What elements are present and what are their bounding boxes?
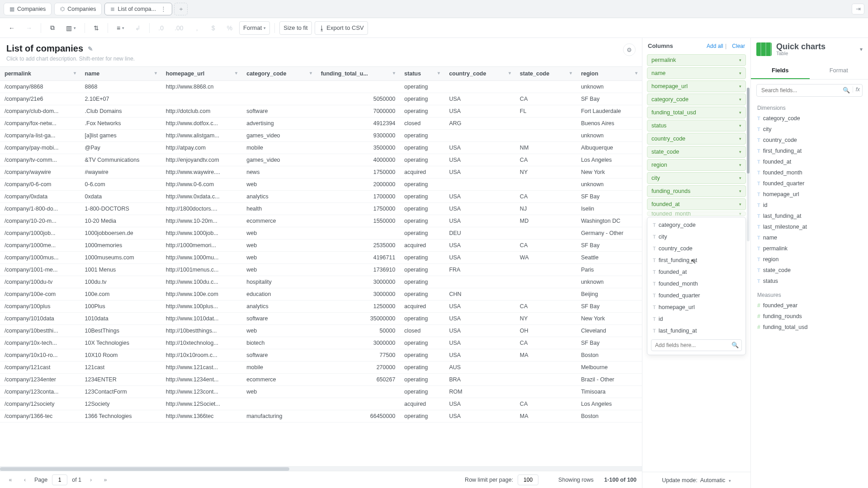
settings-gear-icon[interactable]: ⚙ bbox=[623, 43, 636, 56]
data-table-wrapper[interactable]: permalink▾name▾homepage_url▾category_cod… bbox=[0, 66, 642, 466]
table-row[interactable]: /company/12society12Societyhttp://www.12… bbox=[0, 398, 642, 410]
column-header[interactable]: category_code▾ bbox=[242, 67, 316, 81]
table-row[interactable]: /company/21e62.10E+075050000operatingUSA… bbox=[0, 93, 642, 105]
table-row[interactable]: /company/88688868http://www.8868.cnopera… bbox=[0, 81, 642, 93]
chevron-down-icon[interactable]: ▾ bbox=[739, 97, 741, 102]
table-row[interactable]: /company/100du-tv100du.tvhttp://www.100d… bbox=[0, 276, 642, 288]
dimension-field[interactable]: Tlast_funding_at bbox=[751, 211, 868, 221]
column-tag[interactable]: permalink▾ bbox=[647, 54, 746, 66]
table-row[interactable]: /company/club-dom....Club Domainshttp://… bbox=[0, 105, 642, 117]
align-button[interactable]: ≡▾ bbox=[113, 21, 128, 35]
dimension-field[interactable]: Tfounded_month bbox=[751, 167, 868, 178]
table-row[interactable]: /company/1010data1010datahttp://www.1010… bbox=[0, 313, 642, 325]
column-menu-icon[interactable]: ▾ bbox=[235, 70, 237, 75]
column-menu-icon[interactable]: ▾ bbox=[155, 70, 157, 75]
column-tag[interactable]: status▾ bbox=[647, 120, 746, 131]
table-row[interactable]: /company/10-20-m...10-20 Mediahttp://www… bbox=[0, 215, 642, 227]
chevron-down-icon[interactable]: ▾ bbox=[739, 176, 741, 180]
panel-expand-icon[interactable]: ▾ bbox=[860, 46, 863, 52]
column-header[interactable]: region▾ bbox=[576, 67, 642, 81]
table-row[interactable]: /company/10x-tech...10X Technologieshttp… bbox=[0, 337, 642, 349]
page-first-button[interactable]: « bbox=[5, 475, 15, 485]
column-tag[interactable]: funding_rounds▾ bbox=[647, 185, 746, 197]
measure-field[interactable]: #founded_year bbox=[751, 300, 868, 311]
column-menu-icon[interactable]: ▾ bbox=[393, 70, 395, 75]
dimension-field[interactable]: Tstatus bbox=[751, 276, 868, 286]
column-menu-icon[interactable]: ▾ bbox=[438, 70, 440, 75]
chevron-down-icon[interactable]: ▾ bbox=[739, 211, 741, 216]
chevron-down-icon[interactable]: ▾ bbox=[739, 84, 741, 89]
table-row[interactable]: /company/tv-comm...&TV Communicationshtt… bbox=[0, 154, 642, 166]
column-tag[interactable]: country_code▾ bbox=[647, 133, 746, 145]
workspace-tab[interactable]: ▦Companies bbox=[4, 3, 52, 15]
dropdown-field-item[interactable]: Tcountry_code bbox=[647, 243, 745, 254]
dimension-field[interactable]: Tstate_code bbox=[751, 265, 868, 276]
edit-title-icon[interactable]: ✎ bbox=[88, 45, 93, 52]
column-tag[interactable]: founded_month▾ bbox=[647, 211, 746, 216]
table-row[interactable]: /company/1234enter1234ENTERhttp://www.12… bbox=[0, 374, 642, 386]
dropdown-field-item[interactable]: Tcategory_code bbox=[647, 219, 745, 231]
dimension-field[interactable]: Tcountry_code bbox=[751, 135, 868, 145]
nav-back-button[interactable]: ← bbox=[5, 21, 19, 35]
table-row[interactable]: /company/0xdata0xdatahttp://www.0xdata.c… bbox=[0, 191, 642, 203]
column-header[interactable]: funding_total_u...▾ bbox=[316, 67, 400, 81]
table-row[interactable]: /company/1000job...1000jobboersen.dehttp… bbox=[0, 227, 642, 239]
column-tag[interactable]: city▾ bbox=[647, 172, 746, 184]
column-menu-icon[interactable]: ▾ bbox=[74, 70, 76, 75]
table-row[interactable]: /company/10x10-ro...10X10 Roomhttp://10x… bbox=[0, 349, 642, 361]
dimension-field[interactable]: Tname bbox=[751, 232, 868, 243]
dropdown-field-item[interactable]: Tfirst_funding_at bbox=[647, 254, 745, 266]
chevron-down-icon[interactable]: ▾ bbox=[739, 123, 741, 128]
measure-field[interactable]: #funding_total_usd bbox=[751, 322, 868, 333]
column-header[interactable]: homepage_url▾ bbox=[161, 67, 242, 81]
column-tag[interactable]: category_code▾ bbox=[647, 94, 746, 105]
table-row[interactable]: /company/123conta...123ContactFormhttp:/… bbox=[0, 386, 642, 398]
page-next-button[interactable]: › bbox=[86, 475, 96, 485]
chevron-down-icon[interactable]: ▾ bbox=[739, 189, 741, 193]
table-row[interactable]: /company/100e-com100e.comhttp://www.100e… bbox=[0, 288, 642, 300]
column-menu-icon[interactable]: ▾ bbox=[635, 70, 637, 75]
dropdown-field-item[interactable]: Tfounded_quarter bbox=[647, 290, 745, 301]
dropdown-field-item[interactable]: Tcity bbox=[647, 231, 745, 243]
dimension-field[interactable]: Tpermalink bbox=[751, 243, 868, 254]
format-dropdown[interactable]: Format▾ bbox=[239, 21, 270, 35]
formula-icon[interactable]: fx bbox=[853, 86, 860, 93]
dimension-field[interactable]: Tregion bbox=[751, 254, 868, 265]
add-tab-button[interactable]: ＋ bbox=[174, 3, 188, 15]
page-input[interactable] bbox=[52, 474, 67, 485]
dimension-field[interactable]: Tfounded_quarter bbox=[751, 178, 868, 189]
chevron-down-icon[interactable]: ▾ bbox=[739, 163, 741, 167]
add-fields-input[interactable] bbox=[651, 339, 742, 351]
dimension-field[interactable]: Tcategory_code bbox=[751, 113, 868, 124]
dropdown-field-item[interactable]: Tfounded_month bbox=[647, 278, 745, 290]
column-menu-icon[interactable]: ▾ bbox=[310, 70, 312, 75]
table-row[interactable]: /company/10bestthi...10BestThingshttp://… bbox=[0, 325, 642, 337]
tab-menu-icon[interactable]: ⋮ bbox=[160, 5, 166, 12]
expand-panel-button[interactable]: ⇥ bbox=[852, 4, 864, 14]
table-row[interactable]: /company/pay-mobi...@Payhttp://atpay.com… bbox=[0, 142, 642, 154]
dropdown-field-item[interactable]: Tfounded_at bbox=[647, 266, 745, 278]
table-row[interactable]: /company/a-list-ga...[a]list gameshttp:/… bbox=[0, 130, 642, 142]
size-to-fit-button[interactable]: Size to fit bbox=[279, 21, 311, 35]
chevron-down-icon[interactable]: ▾ bbox=[739, 202, 741, 206]
column-tag[interactable]: funding_total_usd▾ bbox=[647, 107, 746, 118]
column-header[interactable]: state_code▾ bbox=[515, 67, 576, 81]
table-row[interactable]: /company/0-6-com0-6.comhttp://www.0-6.co… bbox=[0, 178, 642, 191]
column-tag[interactable]: state_code▾ bbox=[647, 146, 746, 158]
column-menu-icon[interactable]: ▾ bbox=[509, 70, 511, 75]
tab-format[interactable]: Format bbox=[810, 62, 868, 79]
chevron-down-icon[interactable]: ▾ bbox=[739, 110, 741, 115]
table-row[interactable]: /company/100plus100Plushttp://www.100plu… bbox=[0, 300, 642, 313]
column-header[interactable]: permalink▾ bbox=[0, 67, 80, 81]
chevron-down-icon[interactable]: ▾ bbox=[739, 71, 741, 75]
column-header[interactable]: status▾ bbox=[400, 67, 444, 81]
sort-button[interactable]: ⇅ bbox=[90, 21, 103, 35]
description-placeholder[interactable]: Click to add chart description. Shift-en… bbox=[6, 56, 135, 62]
page-prev-button[interactable]: ‹ bbox=[20, 475, 30, 485]
chevron-down-icon[interactable]: ▾ bbox=[739, 58, 741, 62]
dimension-field[interactable]: Tfirst_funding_at bbox=[751, 145, 868, 156]
dimension-field[interactable]: Tcity bbox=[751, 124, 868, 135]
column-tag[interactable]: name▾ bbox=[647, 67, 746, 79]
dimension-field[interactable]: Tfounded_at bbox=[751, 156, 868, 167]
table-row[interactable]: /company/fox-netw....Fox Networkshttp://… bbox=[0, 117, 642, 130]
